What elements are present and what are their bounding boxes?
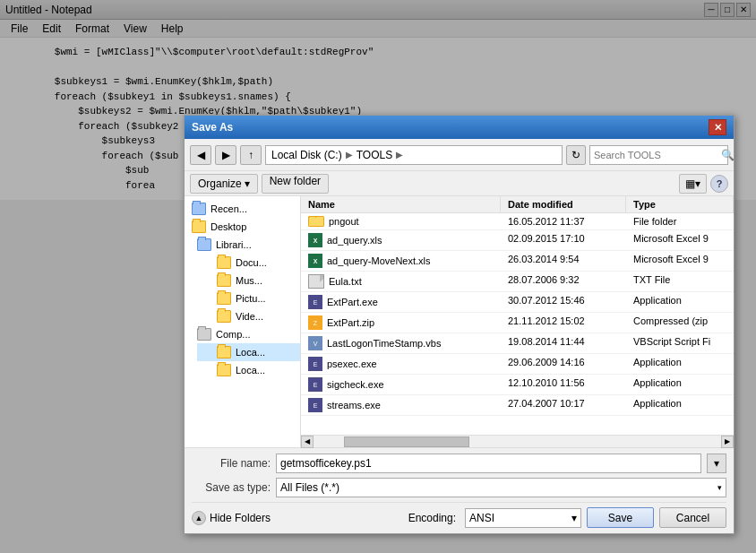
file-row-extpart-zip[interactable]: Z ExtPart.zip 21.11.2012 15:02 Compresse… xyxy=(301,313,734,333)
organize-toolbar: Organize ▾ New folder ▦▾ ? xyxy=(185,171,734,196)
h-scroll-track xyxy=(326,436,709,447)
new-folder-button[interactable]: New folder xyxy=(262,174,329,194)
sidebar-item-music-label: Mus... xyxy=(236,275,262,286)
filename-dropdown-arrow[interactable]: ▾ xyxy=(707,454,726,473)
file-row-ad-query[interactable]: X ad_query.xls 02.09.2015 17:10 Microsof… xyxy=(301,230,734,251)
sidebar-item-desktop[interactable]: Desktop xyxy=(185,218,300,236)
file-date-extpart-zip: 21.11.2012 15:02 xyxy=(501,313,626,333)
file-name-ad-query: X ad_query.xls xyxy=(301,230,501,250)
file-row-extpart-exe[interactable]: E ExtPart.exe 30.07.2012 15:46 Applicati… xyxy=(301,292,734,313)
sidebar-item-local2-label: Loca... xyxy=(236,365,265,376)
file-type-eula: TXT File xyxy=(626,272,734,291)
filename-input[interactable] xyxy=(276,454,701,473)
refresh-button[interactable]: ↻ xyxy=(566,145,586,165)
file-row-lastlogon[interactable]: V LastLogonTimeStamp.vbs 19.08.2014 11:4… xyxy=(301,333,734,354)
file-label-ad-query: ad_query.xls xyxy=(327,235,382,246)
file-row-sigcheck[interactable]: E sigcheck.exe 12.10.2010 11:56 Applicat… xyxy=(301,375,734,395)
header-type[interactable]: Type xyxy=(626,196,734,212)
file-name-extpart-exe: E ExtPart.exe xyxy=(301,292,501,312)
savetype-dropdown[interactable]: All Files (*.*) ▾ xyxy=(276,478,726,497)
file-row-psexec[interactable]: E psexec.exe 29.06.2009 14:16 Applicatio… xyxy=(301,354,734,375)
sidebar-item-documents-label: Docu... xyxy=(236,257,267,268)
exe-icon-sigcheck: E xyxy=(308,377,322,392)
h-scroll-thumb[interactable] xyxy=(344,436,469,447)
help-button[interactable]: ? xyxy=(710,175,728,193)
local2-icon xyxy=(217,364,231,376)
sidebar-item-music[interactable]: Mus... xyxy=(197,272,300,289)
dialog-close-button[interactable]: ✕ xyxy=(709,119,726,135)
folder-icon-pngout xyxy=(308,216,324,227)
save-button[interactable]: Save xyxy=(587,507,654,528)
file-label-extpart-exe: ExtPart.exe xyxy=(327,297,378,307)
file-label-ad-query-move: ad_query-MoveNext.xls xyxy=(327,255,431,266)
file-label-sigcheck: sigcheck.exe xyxy=(327,379,384,390)
file-type-ad-query: Microsoft Excel 9 xyxy=(626,230,734,250)
file-date-eula: 28.07.2006 9:32 xyxy=(501,272,626,291)
path-arrow-1: ▶ xyxy=(346,150,353,160)
dialog-bottom: File name: ▾ Save as type: All Files (*.… xyxy=(185,447,734,533)
horizontal-scrollbar[interactable]: ◀ ▶ xyxy=(301,435,734,447)
hide-folders-label: Hide Folders xyxy=(210,512,271,524)
up-button[interactable]: ↑ xyxy=(240,145,262,165)
file-date-lastlogon: 19.08.2014 11:44 xyxy=(501,333,626,353)
encoding-select[interactable]: ANSI ▾ xyxy=(465,508,581,528)
h-scroll-right[interactable]: ▶ xyxy=(721,436,734,448)
organize-dropdown-arrow: ▾ xyxy=(245,177,250,190)
sidebar-item-local1[interactable]: Loca... xyxy=(197,343,300,361)
path-bar[interactable]: Local Disk (C:) ▶ TOOLS ▶ xyxy=(265,145,563,165)
file-label-streams: streams.exe xyxy=(327,400,381,410)
header-date[interactable]: Date modified xyxy=(501,196,626,212)
search-input[interactable] xyxy=(594,150,717,160)
file-label-pngout: pngout xyxy=(329,216,359,227)
sidebar-item-pictures-label: Pictu... xyxy=(236,293,266,304)
sidebar-item-pictures[interactable]: Pictu... xyxy=(197,289,300,307)
file-date-streams: 27.04.2007 10:17 xyxy=(501,395,626,415)
file-row-pngout[interactable]: pngout 16.05.2012 11:37 File folder xyxy=(301,213,734,230)
encoding-combo: Encoding: ANSI ▾ xyxy=(408,508,581,528)
encoding-actions: Encoding: ANSI ▾ Save Cancel xyxy=(271,507,726,528)
filename-label: File name: xyxy=(192,457,271,470)
file-row-ad-query-move[interactable]: X ad_query-MoveNext.xls 26.03.2014 9:54 … xyxy=(301,251,734,272)
sidebar-item-recent-label: Recen... xyxy=(210,203,247,214)
forward-button[interactable]: ▶ xyxy=(215,145,236,165)
save-dialog: Save As ✕ ◀ ▶ ↑ Local Disk (C:) ▶ TOOLS … xyxy=(184,115,735,534)
back-button[interactable]: ◀ xyxy=(190,145,211,165)
view-button[interactable]: ▦▾ xyxy=(679,174,707,194)
sidebar-item-desktop-label: Desktop xyxy=(210,221,246,232)
encoding-value: ANSI xyxy=(469,512,494,524)
sidebar-item-recent[interactable]: Recen... xyxy=(185,200,300,218)
file-type-lastlogon: VBScript Script Fi xyxy=(626,333,734,353)
file-name-extpart-zip: Z ExtPart.zip xyxy=(301,313,501,333)
exe-icon-streams: E xyxy=(308,398,322,412)
organize-button[interactable]: Organize ▾ xyxy=(190,174,258,194)
file-row-streams[interactable]: E streams.exe 27.04.2007 10:17 Applicati… xyxy=(301,395,734,416)
file-label-psexec: psexec.exe xyxy=(327,359,377,369)
file-name-lastlogon: V LastLogonTimeStamp.vbs xyxy=(301,333,501,353)
sidebar-item-computer[interactable]: Comp... xyxy=(185,325,300,343)
cancel-button[interactable]: Cancel xyxy=(659,507,726,528)
xls-icon-ad-query: X xyxy=(308,233,322,247)
sidebar-item-local2[interactable]: Loca... xyxy=(197,361,300,379)
xls-icon-ad-query-move: X xyxy=(308,254,322,268)
file-type-sigcheck: Application xyxy=(626,375,734,394)
dialog-nav-toolbar: ◀ ▶ ↑ Local Disk (C:) ▶ TOOLS ▶ ↻ 🔍 xyxy=(185,139,734,171)
videos-icon xyxy=(217,310,231,323)
file-list-header: Name Date modified Type xyxy=(301,196,734,213)
sidebar-item-documents[interactable]: Docu... xyxy=(197,254,300,272)
header-name[interactable]: Name xyxy=(301,196,501,212)
file-label-lastlogon: LastLogonTimeStamp.vbs xyxy=(327,338,441,349)
hide-folders-button[interactable]: ▲ Hide Folders xyxy=(192,511,271,525)
right-panel-container: Name Date modified Type pngout 16.05.201… xyxy=(301,196,734,447)
left-panel: Recen... Desktop Librari... Docu... Mus.… xyxy=(185,196,301,447)
sidebar-item-videos[interactable]: Vide... xyxy=(197,307,300,325)
filename-row: File name: ▾ xyxy=(192,454,726,473)
sidebar-item-libraries[interactable]: Librari... xyxy=(185,236,300,254)
exe-icon-psexec: E xyxy=(308,357,322,371)
h-scroll-left[interactable]: ◀ xyxy=(301,436,314,448)
txt-icon-eula xyxy=(308,274,324,289)
file-name-streams: E streams.exe xyxy=(301,395,501,415)
view-icon: ▦▾ xyxy=(685,177,700,190)
encoding-label: Encoding: xyxy=(408,512,456,524)
file-date-pngout: 16.05.2012 11:37 xyxy=(501,213,626,229)
file-row-eula[interactable]: Eula.txt 28.07.2006 9:32 TXT File xyxy=(301,272,734,292)
